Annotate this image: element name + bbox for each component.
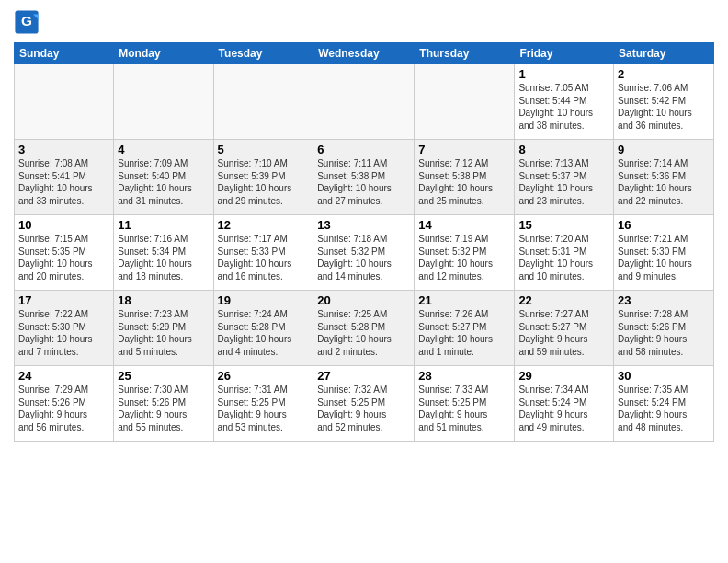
day-info: Sunrise: 7:27 AM Sunset: 5:27 PM Dayligh…: [518, 308, 609, 358]
header: G: [14, 9, 714, 35]
day-number: 16: [618, 218, 710, 232]
day-info: Sunrise: 7:10 AM Sunset: 5:39 PM Dayligh…: [218, 157, 310, 207]
calendar-cell: 27Sunrise: 7:32 AM Sunset: 5:25 PM Dayli…: [313, 366, 415, 442]
calendar-cell: [15, 64, 114, 140]
calendar-cell: 14Sunrise: 7:19 AM Sunset: 5:32 PM Dayli…: [415, 215, 515, 291]
calendar-week-row: 24Sunrise: 7:29 AM Sunset: 5:26 PM Dayli…: [15, 366, 714, 442]
calendar-cell: 12Sunrise: 7:17 AM Sunset: 5:33 PM Dayli…: [213, 215, 313, 291]
day-number: 7: [418, 143, 510, 156]
day-info: Sunrise: 7:21 AM Sunset: 5:30 PM Dayligh…: [618, 233, 710, 282]
calendar-cell: [213, 64, 313, 140]
day-number: 5: [218, 143, 310, 156]
calendar-cell: 8Sunrise: 7:13 AM Sunset: 5:37 PM Daylig…: [515, 140, 614, 215]
calendar-cell: 10Sunrise: 7:15 AM Sunset: 5:35 PM Dayli…: [15, 215, 114, 291]
day-number: 17: [18, 293, 109, 307]
weekday-header: Thursday: [415, 43, 515, 64]
day-info: Sunrise: 7:25 AM Sunset: 5:28 PM Dayligh…: [317, 308, 410, 358]
calendar-cell: 29Sunrise: 7:34 AM Sunset: 5:24 PM Dayli…: [515, 366, 614, 442]
day-number: 6: [317, 143, 410, 156]
weekday-header: Friday: [515, 43, 614, 64]
day-number: 9: [618, 143, 710, 156]
calendar-cell: 6Sunrise: 7:11 AM Sunset: 5:38 PM Daylig…: [313, 140, 415, 215]
day-info: Sunrise: 7:32 AM Sunset: 5:25 PM Dayligh…: [317, 384, 410, 433]
calendar-cell: 2Sunrise: 7:06 AM Sunset: 5:42 PM Daylig…: [614, 64, 714, 140]
day-number: 27: [317, 369, 410, 383]
day-info: Sunrise: 7:29 AM Sunset: 5:26 PM Dayligh…: [18, 384, 109, 433]
day-number: 24: [18, 369, 109, 383]
calendar-cell: 24Sunrise: 7:29 AM Sunset: 5:26 PM Dayli…: [15, 366, 114, 442]
day-info: Sunrise: 7:31 AM Sunset: 5:25 PM Dayligh…: [218, 384, 310, 433]
day-info: Sunrise: 7:08 AM Sunset: 5:41 PM Dayligh…: [18, 157, 109, 207]
day-info: Sunrise: 7:16 AM Sunset: 5:34 PM Dayligh…: [118, 233, 209, 282]
day-info: Sunrise: 7:05 AM Sunset: 5:44 PM Dayligh…: [518, 82, 609, 132]
weekday-header: Tuesday: [213, 43, 313, 64]
calendar-cell: 20Sunrise: 7:25 AM Sunset: 5:28 PM Dayli…: [313, 291, 415, 366]
day-number: 3: [18, 143, 109, 156]
calendar-cell: 4Sunrise: 7:09 AM Sunset: 5:40 PM Daylig…: [114, 140, 213, 215]
calendar-week-row: 3Sunrise: 7:08 AM Sunset: 5:41 PM Daylig…: [15, 140, 714, 215]
day-number: 22: [518, 293, 609, 307]
day-info: Sunrise: 7:34 AM Sunset: 5:24 PM Dayligh…: [518, 384, 609, 433]
calendar-week-row: 10Sunrise: 7:15 AM Sunset: 5:35 PM Dayli…: [15, 215, 714, 291]
day-number: 11: [118, 218, 209, 232]
day-number: 23: [618, 293, 710, 307]
day-info: Sunrise: 7:33 AM Sunset: 5:25 PM Dayligh…: [418, 384, 510, 433]
day-number: 19: [218, 293, 310, 307]
day-info: Sunrise: 7:17 AM Sunset: 5:33 PM Dayligh…: [218, 233, 310, 282]
day-number: 21: [418, 293, 510, 307]
calendar-cell: 26Sunrise: 7:31 AM Sunset: 5:25 PM Dayli…: [213, 366, 313, 442]
day-info: Sunrise: 7:35 AM Sunset: 5:24 PM Dayligh…: [618, 384, 710, 433]
calendar-cell: 7Sunrise: 7:12 AM Sunset: 5:38 PM Daylig…: [415, 140, 515, 215]
day-info: Sunrise: 7:23 AM Sunset: 5:29 PM Dayligh…: [118, 308, 209, 358]
calendar-table: SundayMondayTuesdayWednesdayThursdayFrid…: [14, 42, 714, 442]
calendar-cell: 13Sunrise: 7:18 AM Sunset: 5:32 PM Dayli…: [313, 215, 415, 291]
day-info: Sunrise: 7:11 AM Sunset: 5:38 PM Dayligh…: [317, 157, 410, 207]
calendar-week-row: 17Sunrise: 7:22 AM Sunset: 5:30 PM Dayli…: [15, 291, 714, 366]
day-info: Sunrise: 7:28 AM Sunset: 5:26 PM Dayligh…: [618, 308, 710, 358]
calendar-cell: [114, 64, 213, 140]
day-info: Sunrise: 7:30 AM Sunset: 5:26 PM Dayligh…: [118, 384, 209, 433]
day-number: 26: [218, 369, 310, 383]
day-info: Sunrise: 7:22 AM Sunset: 5:30 PM Dayligh…: [18, 308, 109, 358]
day-number: 18: [118, 293, 209, 307]
day-info: Sunrise: 7:20 AM Sunset: 5:31 PM Dayligh…: [518, 233, 609, 282]
calendar-cell: 3Sunrise: 7:08 AM Sunset: 5:41 PM Daylig…: [15, 140, 114, 215]
day-number: 2: [618, 67, 710, 81]
day-info: Sunrise: 7:06 AM Sunset: 5:42 PM Dayligh…: [618, 82, 710, 132]
day-number: 10: [18, 218, 109, 232]
day-info: Sunrise: 7:26 AM Sunset: 5:27 PM Dayligh…: [418, 308, 510, 358]
weekday-header: Sunday: [15, 43, 114, 64]
calendar-cell: 22Sunrise: 7:27 AM Sunset: 5:27 PM Dayli…: [515, 291, 614, 366]
calendar-cell: 25Sunrise: 7:30 AM Sunset: 5:26 PM Dayli…: [114, 366, 213, 442]
calendar-header-row: SundayMondayTuesdayWednesdayThursdayFrid…: [15, 43, 714, 64]
day-info: Sunrise: 7:09 AM Sunset: 5:40 PM Dayligh…: [118, 157, 209, 207]
weekday-header: Wednesday: [313, 43, 415, 64]
calendar-cell: 28Sunrise: 7:33 AM Sunset: 5:25 PM Dayli…: [415, 366, 515, 442]
day-number: 30: [618, 369, 710, 383]
calendar-cell: [313, 64, 415, 140]
calendar-cell: 18Sunrise: 7:23 AM Sunset: 5:29 PM Dayli…: [114, 291, 213, 366]
day-info: Sunrise: 7:15 AM Sunset: 5:35 PM Dayligh…: [18, 233, 109, 282]
day-number: 14: [418, 218, 510, 232]
day-info: Sunrise: 7:18 AM Sunset: 5:32 PM Dayligh…: [317, 233, 410, 282]
weekday-header: Monday: [114, 43, 213, 64]
calendar-cell: 30Sunrise: 7:35 AM Sunset: 5:24 PM Dayli…: [614, 366, 714, 442]
logo: G: [14, 9, 43, 35]
logo-icon: G: [14, 9, 40, 35]
day-info: Sunrise: 7:19 AM Sunset: 5:32 PM Dayligh…: [418, 233, 510, 282]
day-info: Sunrise: 7:14 AM Sunset: 5:36 PM Dayligh…: [618, 157, 710, 207]
day-number: 20: [317, 293, 410, 307]
calendar-cell: 11Sunrise: 7:16 AM Sunset: 5:34 PM Dayli…: [114, 215, 213, 291]
calendar-cell: 9Sunrise: 7:14 AM Sunset: 5:36 PM Daylig…: [614, 140, 714, 215]
day-number: 12: [218, 218, 310, 232]
calendar-cell: 16Sunrise: 7:21 AM Sunset: 5:30 PM Dayli…: [614, 215, 714, 291]
day-info: Sunrise: 7:13 AM Sunset: 5:37 PM Dayligh…: [518, 157, 609, 207]
page-container: G SundayMondayTuesdayWednesdayThursdayFr…: [0, 0, 728, 446]
calendar-cell: 23Sunrise: 7:28 AM Sunset: 5:26 PM Dayli…: [614, 291, 714, 366]
calendar-week-row: 1Sunrise: 7:05 AM Sunset: 5:44 PM Daylig…: [15, 64, 714, 140]
calendar-cell: 19Sunrise: 7:24 AM Sunset: 5:28 PM Dayli…: [213, 291, 313, 366]
weekday-header: Saturday: [614, 43, 714, 64]
calendar-cell: 17Sunrise: 7:22 AM Sunset: 5:30 PM Dayli…: [15, 291, 114, 366]
calendar-cell: 5Sunrise: 7:10 AM Sunset: 5:39 PM Daylig…: [213, 140, 313, 215]
day-number: 8: [518, 143, 609, 156]
